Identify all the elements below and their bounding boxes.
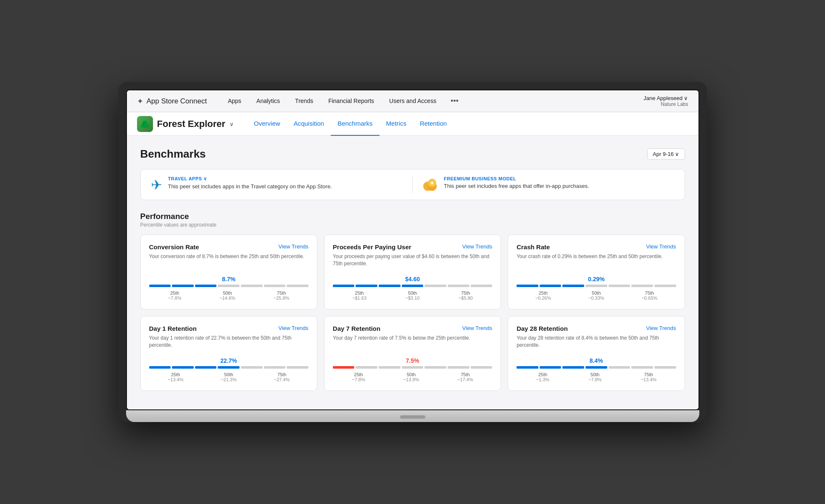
percentile-labels: 25th ~$1.63 50th ~$3.10 75th ~$5.80 — [333, 290, 492, 301]
nav-item-trends[interactable]: Trends — [287, 90, 321, 112]
nav-user-org: Nature Labs — [661, 101, 688, 107]
p75-label: 75th ~17.4% — [457, 372, 473, 382]
card-title: Proceeds Per Paying User — [333, 243, 411, 251]
p25-label: 25th ~13.4% — [168, 372, 184, 382]
view-trends-link[interactable]: View Trends — [646, 325, 676, 331]
nav-item-analytics[interactable]: Analytics — [249, 90, 287, 112]
sub-nav-tabs: Overview Acquisition Benchmarks Metrics … — [247, 112, 453, 136]
card-header: Day 7 Retention View Trends — [333, 325, 492, 332]
view-trends-link[interactable]: View Trends — [646, 243, 676, 250]
card-title: Crash Rate — [517, 243, 550, 251]
peer-set-freemium-desc: This peer set includes free apps that of… — [444, 183, 589, 189]
peer-set-travel: ✈ TRAVEL APPS ∨ This peer set includes a… — [151, 176, 403, 193]
bar-track — [149, 285, 308, 287]
p50-label: 50th ~13.9% — [403, 372, 419, 382]
metrics-grid-row2: Day 1 Retention View Trends Your day 1 r… — [140, 316, 685, 391]
card-desc: Your day 28 retention rate of 8.4% is be… — [517, 335, 676, 349]
metric-value: 8.4% — [517, 357, 676, 364]
tab-overview[interactable]: Overview — [247, 112, 287, 136]
nav-item-users-and-access[interactable]: Users and Access — [382, 90, 444, 112]
nav-logo-text: App Store Connect — [147, 97, 207, 106]
performance-title: Performance — [140, 212, 685, 221]
metrics-grid-row1: Conversion Rate View Trends Your convers… — [140, 235, 685, 309]
tab-retention[interactable]: Retention — [413, 112, 453, 136]
page-title: Benchmarks — [140, 148, 206, 161]
app-chevron-icon: ∨ — [229, 121, 234, 127]
freemium-icon: ★ — [423, 177, 438, 192]
metric-card-day28_retention: Day 28 Retention View Trends Your day 28… — [508, 316, 685, 391]
bar-track — [333, 285, 492, 287]
card-header: Day 1 Retention View Trends — [149, 325, 308, 332]
card-header: Proceeds Per Paying User View Trends — [333, 243, 492, 251]
date-picker[interactable]: Apr 9-16 ∨ — [647, 148, 685, 160]
metric-value: 7.5% — [333, 357, 492, 364]
top-nav: ✦ App Store Connect Apps Analytics Trend… — [127, 90, 698, 112]
card-title: Day 7 Retention — [333, 325, 380, 332]
p75-label: 75th ~0.65% — [641, 290, 657, 301]
bar-track — [149, 366, 308, 369]
metric-card-conversion_rate: Conversion Rate View Trends Your convers… — [140, 235, 317, 309]
p25-label: 25th ~$1.63 — [352, 290, 366, 301]
benchmarks-header: Benchmarks Apr 9-16 ∨ — [140, 148, 685, 161]
percentile-labels: 25th ~7.8% 50th ~14.6% 75th ~25.8% — [149, 290, 308, 301]
laptop-screen: ✦ App Store Connect Apps Analytics Trend… — [126, 90, 699, 410]
card-title: Day 1 Retention — [149, 325, 197, 332]
metric-card-proceeds_per_user: Proceeds Per Paying User View Trends You… — [324, 235, 501, 309]
bar-track — [517, 366, 676, 369]
view-trends-link[interactable]: View Trends — [279, 243, 308, 250]
metric-card-day1_retention: Day 1 Retention View Trends Your day 1 r… — [140, 316, 317, 391]
view-trends-link[interactable]: View Trends — [462, 325, 492, 331]
metric-value: 0.29% — [517, 276, 676, 282]
p75-label: 75th ~27.4% — [274, 372, 290, 382]
svg-text:★: ★ — [430, 180, 435, 185]
app-store-connect-icon: ✦ — [137, 97, 143, 106]
p50-label: 50th ~$3.10 — [406, 290, 420, 301]
peer-set-travel-label[interactable]: TRAVEL APPS ∨ — [168, 176, 332, 182]
view-trends-link[interactable]: View Trends — [462, 243, 492, 250]
p25-label: 25th ~1.3% — [536, 372, 550, 382]
nav-user[interactable]: Jane Appleseed ∨ Nature Labs — [643, 95, 688, 107]
metric-value: 22.7% — [149, 357, 308, 364]
travel-icon: ✈ — [151, 177, 162, 193]
laptop-notch — [400, 415, 425, 419]
metric-value: $4.60 — [333, 276, 492, 282]
laptop-base — [126, 410, 699, 422]
main-content: Benchmarks Apr 9-16 ∨ ✈ TRAVEL APPS ∨ Th… — [127, 136, 698, 409]
card-desc: Your day 7 retention rate of 7.5% is bel… — [333, 335, 492, 349]
p25-label: 25th ~7.8% — [168, 290, 182, 301]
p50-label: 50th ~0.33% — [588, 290, 604, 301]
card-desc: Your proceeds per paying user value of $… — [333, 253, 492, 267]
percentile-labels: 25th ~1.3% 50th ~7.8% 75th ~13.4% — [517, 372, 676, 382]
percentile-labels: 25th ~7.8% 50th ~13.9% 75th ~17.4% — [333, 372, 492, 382]
view-trends-link[interactable]: View Trends — [279, 325, 308, 331]
tab-metrics[interactable]: Metrics — [380, 112, 413, 136]
bar-track — [517, 285, 676, 287]
card-header: Conversion Rate View Trends — [149, 243, 308, 251]
card-desc: Your conversion rate of 8.7% is between … — [149, 253, 308, 267]
p75-label: 75th ~13.4% — [640, 372, 656, 382]
percentile-labels: 25th ~0.26% 50th ~0.33% 75th ~0.65% — [517, 290, 676, 301]
peer-set-travel-desc: This peer set includes apps in the Trave… — [168, 183, 332, 190]
card-title: Conversion Rate — [149, 243, 199, 251]
bar-track — [333, 366, 492, 369]
metric-card-crash_rate: Crash Rate View Trends Your crash rate o… — [508, 235, 685, 309]
percentile-labels: 25th ~13.4% 50th ~21.3% 75th ~27.4% — [149, 372, 308, 382]
p75-label: 75th ~$5.80 — [459, 290, 473, 301]
p50-label: 50th ~21.3% — [221, 372, 237, 382]
nav-item-apps[interactable]: Apps — [220, 90, 249, 112]
nav-item-financial-reports[interactable]: Financial Reports — [321, 90, 382, 112]
peer-set-freemium-label: FREEMIUM BUSINESS MODEL — [444, 176, 589, 181]
nav-more-button[interactable]: ••• — [445, 97, 464, 106]
tab-benchmarks[interactable]: Benchmarks — [331, 112, 379, 136]
performance-subtitle: Percentile values are approximate — [140, 222, 685, 228]
app-icon: 🌲 — [137, 116, 153, 132]
tab-acquisition[interactable]: Acquisition — [287, 112, 331, 136]
app-selector[interactable]: 🌲 Forest Explorer ∨ — [137, 116, 234, 132]
card-header: Crash Rate View Trends — [517, 243, 676, 251]
card-desc: Your crash rate of 0.29% is between the … — [517, 253, 676, 267]
peer-sets: ✈ TRAVEL APPS ∨ This peer set includes a… — [140, 169, 685, 200]
nav-logo[interactable]: ✦ App Store Connect — [137, 97, 207, 106]
sub-nav: 🌲 Forest Explorer ∨ Overview Acquisition… — [127, 112, 698, 136]
peer-set-freemium: ★ FREEMIUM BUSINESS MODEL This peer set … — [412, 176, 675, 193]
metric-value: 8.7% — [149, 276, 308, 282]
